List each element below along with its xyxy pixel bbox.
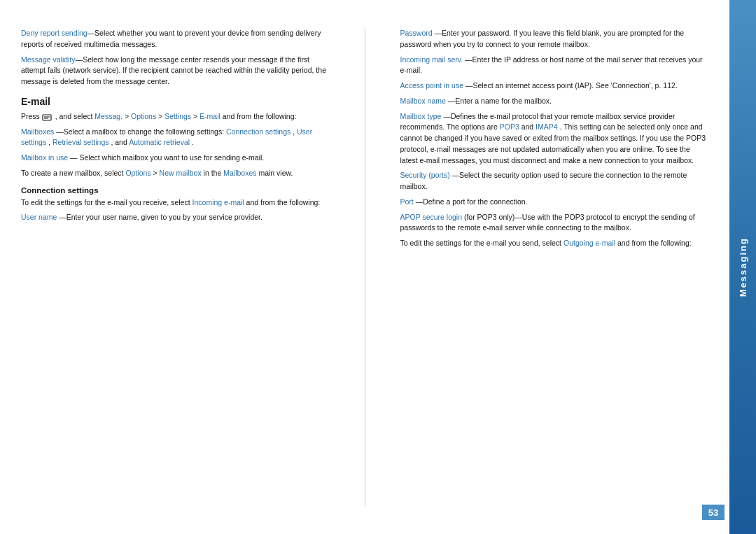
mailboxes-end: . [192,138,194,146]
connection-intro-end: and from the following: [246,198,321,206]
user-name-link[interactable]: User name [21,213,57,221]
mailbox-in-use-para: Mailbox in use — Select which mailbox yo… [21,153,330,164]
outgoing-email-link[interactable]: Outgoing e-mail [564,239,615,247]
settings-link[interactable]: Settings [164,112,191,120]
pop3-link[interactable]: POP3 [500,122,519,131]
messag-link[interactable]: Messag. [94,112,122,120]
password-link[interactable]: Password [400,29,433,37]
content-area: Deny report sending—Select whether you w… [0,0,729,534]
email-intro-para: Press , and select Messag. > Options > S… [21,111,330,122]
column-divider [365,28,365,506]
mailboxes-para: Mailboxes —Select a mailbox to change th… [21,127,330,149]
mailbox-type-and: and [522,122,536,131]
page-container: Messaging 53 Deny report sending—Select … [0,0,756,534]
connection-settings-link[interactable]: Connection settings [226,127,290,136]
access-point-para: Access point in use —Select an internet … [400,80,709,92]
port-link[interactable]: Port [400,197,414,206]
message-validity-link[interactable]: Message validity [21,55,76,64]
email-section-title: E‑mail [21,96,330,107]
svg-rect-0 [43,115,51,120]
email-intro-end: and from the following: [223,112,297,120]
sep3: > [193,112,200,120]
incoming-email-link[interactable]: Incoming e-mail [192,198,244,206]
deny-report-para: Deny report sending—Select whether you w… [21,28,330,50]
right-column: Password —Enter your password. If you le… [390,28,709,506]
mailbox-type-para: Mailbox type —Defines the e-mail protoco… [400,111,709,167]
outgoing-intro-para: To edit the settings for the e-mail you … [400,238,709,249]
mailboxes-sep3: , and [111,138,129,146]
port-para: Port —Define a port for the connection. [400,197,709,208]
mailboxes-text1: —Select a mailbox to change the followin… [56,127,226,136]
message-validity-para: Message validity—Select how long the mes… [21,55,330,87]
auto-retrieval-link[interactable]: Automatic retrieval [129,138,190,146]
new-mailbox-pre: To create a new mailbox, select [21,169,125,177]
sep2: > [158,112,164,120]
mailbox-name-link[interactable]: Mailbox name [400,97,446,105]
email-intro-mid: , and select [55,112,95,120]
email-link[interactable]: E‑mail [200,112,220,120]
port-text: —Define a port for the connection. [416,197,528,206]
mailbox-name-text: —Enter a name for the mailbox. [448,97,552,105]
user-name-para: User name —Enter your user name, given t… [21,212,330,223]
mailbox-in-use-text: — Select which mailbox you want to use f… [70,153,264,162]
retrieval-settings-link[interactable]: Retrieval settings [52,138,109,146]
connection-intro-text: To edit the settings for the e-mail you … [21,198,192,206]
new-mailbox-sep: > [153,169,160,177]
email-intro-pre: Press [21,112,42,120]
new-mailbox-mid: in the [204,169,224,177]
apop-para: APOP secure login (for POP3 only)—Use wi… [400,212,709,234]
side-tab: Messaging [729,0,756,534]
sep1: > [125,112,131,120]
security-ports-para: Security (ports) —Select the security op… [400,170,709,192]
apop-link[interactable]: APOP secure login [400,213,463,221]
access-point-link[interactable]: Access point in use [400,81,463,90]
left-column: Deny report sending—Select whether you w… [21,28,340,506]
mailboxes-link[interactable]: Mailboxes [21,127,54,136]
security-ports-link[interactable]: Security (ports) [400,171,450,179]
mailbox-name-para: Mailbox name —Enter a name for the mailb… [400,96,709,107]
mailbox-type-link[interactable]: Mailbox type [400,112,442,120]
user-name-text: —Enter your user name, given to you by y… [59,213,262,221]
password-text: —Enter your password. If you leave this … [400,29,685,48]
access-point-text: —Select an internet access point (IAP). … [465,81,678,90]
menu-icon [42,113,52,120]
incoming-mail-serv-link[interactable]: Incoming mail serv. [400,55,463,64]
imap4-link[interactable]: IMAP4 [536,122,558,131]
incoming-mail-serv-para: Incoming mail serv. —Enter the IP addres… [400,55,709,77]
options-link2[interactable]: Options [125,169,150,177]
connection-settings-subtitle: Connection settings [21,186,330,195]
password-para: Password —Enter your password. If you le… [400,28,709,50]
connection-intro-para: To edit the settings for the e-mail you … [21,197,330,209]
outgoing-intro-text: To edit the settings for the e-mail you … [400,239,564,247]
options-link[interactable]: Options [131,112,156,120]
deny-report-link[interactable]: Deny report sending [21,29,88,37]
new-mailbox-para: To create a new mailbox, select Options … [21,168,330,179]
side-tab-label: Messaging [738,237,748,297]
mailboxes-link2[interactable]: Mailboxes [223,169,256,177]
mailbox-in-use-link[interactable]: Mailbox in use [21,153,68,162]
outgoing-intro-end: and from the following: [617,239,692,247]
new-mailbox-link[interactable]: New mailbox [160,169,202,177]
new-mailbox-end: main view. [258,169,293,177]
